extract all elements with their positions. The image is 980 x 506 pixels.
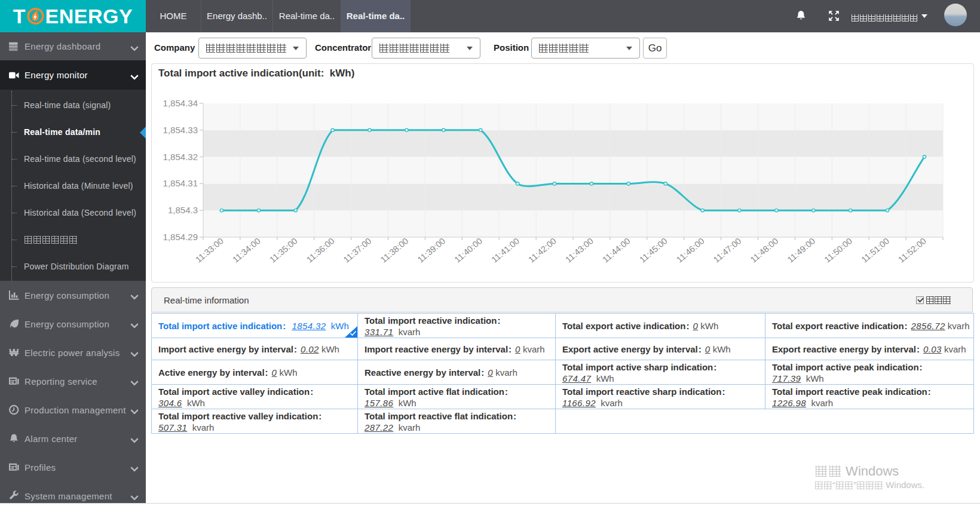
- svg-text:11:44:00: 11:44:00: [601, 236, 632, 265]
- svg-text:11:43:00: 11:43:00: [564, 236, 595, 265]
- svg-text:1,854.33: 1,854.33: [163, 125, 198, 135]
- svg-text:11:35:00: 11:35:00: [268, 236, 299, 265]
- svg-text:11:49:00: 11:49:00: [786, 236, 817, 265]
- svg-text:1,854.31: 1,854.31: [163, 178, 198, 188]
- svg-text:11:46:00: 11:46:00: [675, 236, 706, 265]
- svg-text:1,854.3: 1,854.3: [168, 205, 198, 215]
- svg-text:11:50:00: 11:50:00: [822, 236, 854, 265]
- svg-text:11:47:00: 11:47:00: [712, 236, 743, 265]
- svg-text:11:34:00: 11:34:00: [231, 236, 262, 265]
- svg-text:11:37:00: 11:37:00: [342, 236, 373, 265]
- svg-text:11:40:00: 11:40:00: [452, 236, 484, 265]
- svg-text:11:33:00: 11:33:00: [194, 236, 225, 265]
- svg-text:11:39:00: 11:39:00: [416, 236, 448, 265]
- svg-text:11:48:00: 11:48:00: [749, 236, 780, 265]
- svg-text:₩: ₩: [9, 347, 19, 358]
- svg-text:1,854.32: 1,854.32: [163, 152, 198, 162]
- svg-text:11:45:00: 11:45:00: [638, 236, 669, 265]
- svg-text:11:51:00: 11:51:00: [859, 236, 891, 265]
- svg-text:11:52:00: 11:52:00: [896, 236, 928, 265]
- svg-text:11:38:00: 11:38:00: [379, 236, 411, 265]
- svg-text:1,854.29: 1,854.29: [163, 232, 198, 242]
- svg-text:11:41:00: 11:41:00: [489, 236, 521, 265]
- svg-text:1,854.34: 1,854.34: [163, 98, 198, 108]
- svg-text:11:36:00: 11:36:00: [305, 236, 336, 265]
- svg-text:11:42:00: 11:42:00: [526, 236, 558, 265]
